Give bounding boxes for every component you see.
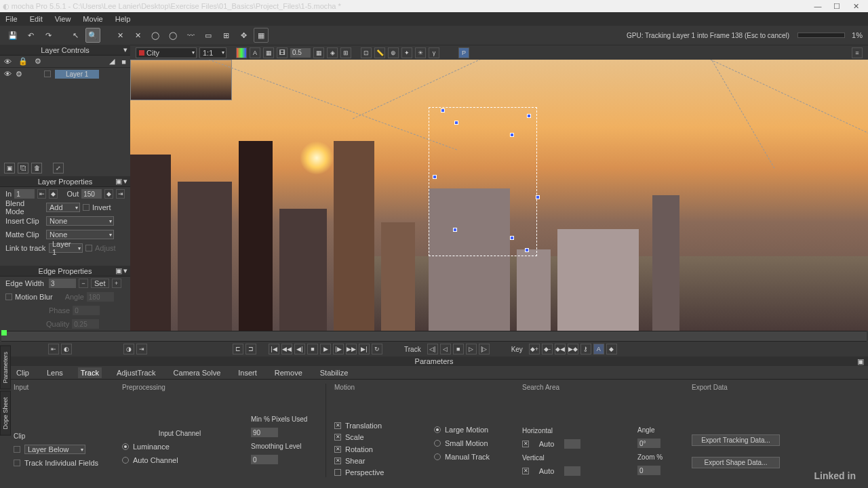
spline-point[interactable] bbox=[536, 195, 540, 199]
opacity-input[interactable] bbox=[290, 48, 311, 58]
go-start-icon[interactable]: |◀ bbox=[269, 344, 279, 354]
edge-width-minus-icon[interactable]: − bbox=[79, 279, 88, 288]
prev-key-icon[interactable]: ◆◀ bbox=[555, 344, 566, 354]
gear-icon[interactable]: ⚙ bbox=[35, 57, 41, 66]
tab-stabilize[interactable]: Stabilize bbox=[317, 367, 351, 378]
in-input[interactable] bbox=[14, 189, 35, 199]
panel-undock-icon2[interactable]: ▣ bbox=[115, 266, 122, 275]
autochannel-radio[interactable] bbox=[122, 457, 129, 464]
smoothing-input[interactable] bbox=[251, 455, 278, 464]
tab-camerasolve[interactable]: Camera Solve bbox=[171, 367, 224, 378]
params-undock-icon[interactable]: ▣ bbox=[857, 357, 864, 366]
spline-point[interactable] bbox=[510, 133, 514, 137]
layer-color-swatch[interactable] bbox=[44, 70, 51, 77]
edge-width-plus-icon[interactable]: + bbox=[112, 279, 121, 288]
redo-icon[interactable]: ↷ bbox=[41, 28, 56, 43]
edge-width-input[interactable] bbox=[49, 279, 76, 288]
alpha-icon[interactable]: A bbox=[250, 47, 260, 58]
step-fwd-icon[interactable]: ▶▶ bbox=[346, 344, 357, 354]
perspective-checkbox[interactable] bbox=[334, 469, 341, 476]
play-icon[interactable]: ▶ bbox=[320, 344, 331, 354]
show-spline-icon[interactable]: ◈ bbox=[327, 47, 338, 58]
playhead[interactable] bbox=[1, 330, 7, 336]
link-track-dropdown[interactable]: Layer 1 bbox=[49, 243, 83, 253]
track-back-icon[interactable]: ◁ bbox=[440, 344, 451, 354]
rectangle-tool-icon[interactable]: ▭ bbox=[201, 28, 216, 43]
panel-close-icon2[interactable]: ▾ bbox=[123, 266, 127, 275]
matte-icon[interactable]: ■ bbox=[121, 58, 126, 66]
eye-icon[interactable]: 👁 bbox=[4, 58, 12, 66]
show-surface-icon[interactable]: ⊞ bbox=[340, 47, 351, 58]
track-fwd-one-icon[interactable]: |▷ bbox=[479, 344, 490, 354]
brightness-icon[interactable]: ☀ bbox=[415, 47, 426, 58]
reset-in-icon[interactable]: ◐ bbox=[61, 344, 72, 354]
zoom-tool-icon[interactable]: 🔍 bbox=[85, 28, 100, 43]
search-angle-input[interactable] bbox=[637, 439, 660, 448]
uberkey-icon[interactable]: A bbox=[593, 344, 604, 354]
search-area-box[interactable] bbox=[429, 107, 537, 256]
maximize-button[interactable]: ☐ bbox=[827, 2, 846, 11]
stop-icon[interactable]: ■ bbox=[307, 344, 318, 354]
in-keyframe-icon[interactable]: ◆ bbox=[49, 189, 58, 199]
duplicate-layer-icon[interactable]: ⿻ bbox=[18, 163, 28, 174]
menu-help[interactable]: Help bbox=[115, 15, 131, 23]
out-input[interactable] bbox=[81, 189, 102, 199]
next-key-icon[interactable]: ▶◆ bbox=[568, 344, 578, 354]
save-icon[interactable]: 💾 bbox=[5, 28, 20, 43]
group-layer-icon[interactable]: ⤢ bbox=[53, 163, 64, 174]
gamma-icon[interactable]: γ bbox=[429, 47, 439, 58]
small-motion-radio[interactable] bbox=[434, 440, 441, 447]
spline-point[interactable] bbox=[441, 108, 445, 113]
pointer-tool-icon[interactable]: ↖ bbox=[68, 28, 83, 43]
timeline-ruler[interactable] bbox=[1, 331, 867, 342]
set-in-icon[interactable]: ⇤ bbox=[48, 344, 59, 354]
prev-frame-icon[interactable]: ◀| bbox=[294, 344, 305, 354]
stabilize-view-icon[interactable]: ⊕ bbox=[388, 47, 399, 58]
step-back-icon[interactable]: ◀◀ bbox=[281, 344, 292, 354]
attach-layer-icon[interactable]: ⊞ bbox=[218, 28, 233, 43]
layer-row-1[interactable]: 👁 ⚙ Layer 1 bbox=[0, 68, 130, 80]
zoom-out-timeline-icon[interactable]: ⊐ bbox=[245, 344, 256, 354]
search-zoom-input[interactable] bbox=[637, 466, 660, 475]
set-button[interactable]: Set bbox=[91, 279, 109, 288]
clip-dropdown[interactable]: City bbox=[136, 47, 197, 58]
lock-icon[interactable]: 🔒 bbox=[18, 57, 28, 66]
h-auto-reset-icon[interactable] bbox=[522, 441, 529, 447]
spline-point[interactable] bbox=[453, 228, 457, 232]
tab-adjusttrack[interactable]: AdjustTrack bbox=[114, 367, 159, 378]
next-frame-icon[interactable]: |▶ bbox=[333, 344, 344, 354]
undo-icon[interactable]: ↶ bbox=[23, 28, 38, 43]
viewport[interactable] bbox=[130, 60, 868, 331]
clip-checkbox[interactable] bbox=[14, 446, 20, 453]
matte-clip-dropdown[interactable]: None bbox=[46, 230, 114, 239]
side-tab-dopesheet[interactable]: Dope Sheet bbox=[0, 391, 11, 436]
spline-icon[interactable]: ◢ bbox=[109, 57, 115, 66]
rotation-checkbox[interactable] bbox=[334, 446, 341, 453]
clip-icon[interactable]: 🎞 bbox=[277, 47, 288, 58]
invert-checkbox[interactable] bbox=[83, 204, 90, 211]
out-set-end-icon[interactable]: ⇥ bbox=[116, 189, 125, 199]
insert-clip-dropdown[interactable]: None bbox=[46, 216, 114, 226]
panel-menu-icon[interactable]: ▾ bbox=[123, 45, 127, 54]
add-xspline-icon[interactable]: ✕ bbox=[130, 28, 145, 43]
proxy-button[interactable]: P bbox=[458, 47, 469, 58]
xspline-tool-icon[interactable]: ✕ bbox=[113, 28, 127, 43]
tab-lens[interactable]: Lens bbox=[44, 367, 66, 378]
delete-layer-icon[interactable]: 🗑 bbox=[31, 163, 42, 174]
v-auto-reset-icon[interactable] bbox=[522, 468, 529, 474]
menu-view[interactable]: View bbox=[55, 15, 71, 23]
show-surface-icon[interactable]: ▦ bbox=[254, 28, 269, 43]
add-key-icon[interactable]: ◆+ bbox=[529, 344, 540, 354]
spline-point[interactable] bbox=[527, 114, 531, 118]
manual-track-radio[interactable] bbox=[434, 453, 441, 460]
menu-file[interactable]: File bbox=[5, 15, 18, 23]
zoom-in-timeline-icon[interactable]: ⊏ bbox=[233, 344, 243, 354]
show-ruler-icon[interactable]: 📏 bbox=[374, 47, 385, 58]
minimize-button[interactable]: — bbox=[808, 2, 827, 10]
track-fwd-icon[interactable]: ▷ bbox=[466, 344, 477, 354]
viewer-menu-icon[interactable]: ≡ bbox=[852, 47, 863, 58]
panel-undock-icon[interactable]: ▣ bbox=[115, 177, 122, 186]
manual-key-icon[interactable]: ◆ bbox=[606, 344, 617, 354]
close-button[interactable]: ✕ bbox=[846, 2, 865, 11]
v-value-input[interactable] bbox=[564, 466, 580, 476]
